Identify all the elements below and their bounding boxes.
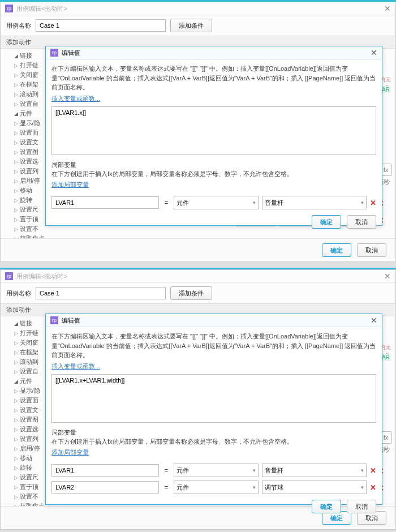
local-var-row: = 元件▾ 音量杆▾ ✕	[51, 196, 376, 209]
expression-help: 在下方编辑区输入文本，变量名称或表达式要写在 "[[" "]]" 中。例如：插入…	[51, 64, 376, 92]
local-vars-help: 在下方创建用于插入fx的局部变量，局部变量名称必须是字母、数字，不允许包含空格。	[51, 437, 376, 447]
case-name-label: 用例名称	[6, 22, 31, 30]
dialog-title: 编辑值	[62, 316, 80, 325]
case-name-input[interactable]	[36, 287, 166, 299]
ok-button[interactable]: 确定	[312, 500, 341, 513]
chevron-down-icon: ▾	[361, 484, 364, 490]
local-var-row: = 元件▾ 音量杆▾ ✕	[51, 464, 376, 477]
var-target-select[interactable]: 音量杆▾	[262, 464, 367, 477]
var-name-input[interactable]	[51, 464, 159, 477]
chevron-down-icon: ▾	[361, 467, 364, 473]
edit-value-dialog: rp 编辑值 ✕ 在下方编辑区输入文本，变量名称或表达式要写在 "[[" "]]…	[45, 314, 382, 505]
cancel-button[interactable]: 取消	[347, 215, 376, 229]
delete-icon[interactable]: ✕	[370, 483, 376, 492]
app-icon: rp	[50, 49, 58, 57]
chevron-down-icon: ▾	[253, 200, 256, 205]
var-target-select[interactable]: 音量杆▾	[262, 196, 367, 209]
edit-value-dialog: rp 编辑值 ✕ 在下方编辑区输入文本，变量名称或表达式要写在 "[[" "]]…	[45, 46, 382, 226]
close-icon[interactable]: ✕	[384, 4, 391, 13]
cancel-button[interactable]: 取消	[347, 500, 376, 513]
equals-label: =	[162, 199, 170, 206]
screenshot-1: rp 用例编辑<拖动时> ✕ 用例名称 添加条件 添加动作 链接 打开链 关闭窗…	[0, 2, 396, 262]
ok-button[interactable]: 确定	[312, 215, 341, 229]
app-icon: rp	[5, 272, 13, 280]
close-icon[interactable]: ✕	[371, 316, 377, 325]
close-icon[interactable]: ✕	[384, 272, 391, 281]
delete-icon[interactable]: ✕	[370, 199, 376, 207]
local-var-row: = 元件▾ 调节球▾ ✕	[51, 480, 376, 494]
expression-textarea[interactable]: [[LVAR1.x+LVAR1.width]]	[51, 374, 376, 423]
window-titlebar: rp 用例编辑<拖动时> ✕	[1, 270, 395, 283]
var-type-select[interactable]: 元件▾	[174, 196, 259, 209]
var-name-input[interactable]	[51, 481, 159, 494]
var-type-select[interactable]: 元件▾	[174, 480, 259, 494]
add-local-var-link[interactable]: 添加局部变量	[51, 448, 89, 457]
close-icon[interactable]: ✕	[371, 48, 377, 57]
equals-label: =	[162, 484, 170, 491]
delete-icon[interactable]: ✕	[370, 466, 376, 475]
cancel-button[interactable]: 取消	[357, 243, 386, 257]
chevron-down-icon: ▾	[253, 467, 256, 473]
expression-help: 在下方编辑区输入文本，变量名称或表达式要写在 "[[" "]]" 中。例如：插入…	[51, 332, 376, 360]
app-icon: rp	[5, 5, 13, 12]
var-target-select[interactable]: 调节球▾	[262, 480, 367, 494]
window-title: 用例编辑<拖动时>	[16, 272, 67, 281]
local-vars-help: 在下方创建用于插入fx的局部变量，局部变量名称必须是字母、数字，不允许包含空格。	[51, 169, 376, 179]
insert-var-link[interactable]: 插入变量或函数...	[51, 362, 100, 371]
chevron-down-icon: ▾	[361, 200, 364, 205]
add-local-var-link[interactable]: 添加局部变量	[51, 181, 89, 189]
add-condition-button[interactable]: 添加条件	[170, 19, 212, 32]
var-type-select[interactable]: 元件▾	[174, 464, 259, 477]
app-icon: rp	[50, 316, 58, 324]
case-name-input[interactable]	[36, 19, 166, 32]
screenshot-2: rp 用例编辑<拖动时> ✕ 用例名称 添加条件 添加动作 链接 打开链 关闭窗…	[0, 269, 396, 530]
window-titlebar: rp 用例编辑<拖动时> ✕	[1, 2, 395, 15]
equals-label: =	[162, 467, 170, 474]
chevron-down-icon: ▾	[253, 484, 256, 490]
window-title: 用例编辑<拖动时>	[16, 5, 67, 13]
insert-var-link[interactable]: 插入变量或函数...	[51, 95, 100, 103]
add-condition-button[interactable]: 添加条件	[170, 286, 212, 300]
ok-button[interactable]: 确定	[322, 243, 351, 257]
var-name-input[interactable]	[51, 196, 159, 209]
dialog-title: 编辑值	[62, 49, 80, 57]
expression-textarea[interactable]: [[LVAR1.x]]	[51, 106, 376, 155]
local-vars-title: 局部变量	[51, 161, 376, 169]
case-name-label: 用例名称	[6, 289, 31, 298]
local-vars-title: 局部变量	[51, 428, 376, 437]
